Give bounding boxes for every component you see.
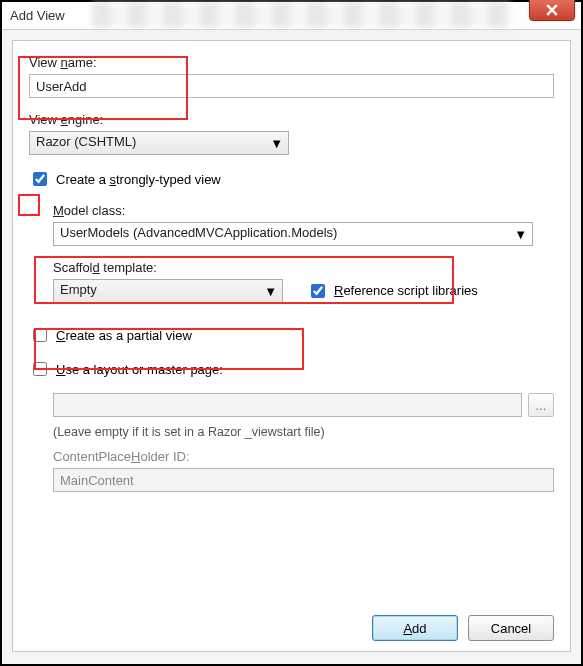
add-button[interactable]: Add bbox=[372, 615, 458, 641]
strongly-typed-label: Create a strongly-typed view bbox=[56, 172, 221, 187]
reference-libs-label: Reference script libraries bbox=[334, 283, 478, 298]
cancel-button[interactable]: Cancel bbox=[468, 615, 554, 641]
model-class-combo[interactable]: UserModels (AdvancedMVCApplication.Model… bbox=[53, 222, 533, 246]
background-blur bbox=[92, 2, 511, 28]
button-row: Add Cancel bbox=[372, 615, 554, 641]
cph-label: ContentPlaceHolder ID: bbox=[53, 449, 554, 464]
view-engine-value: Razor (CSHTML) bbox=[29, 131, 289, 155]
close-button[interactable] bbox=[529, 0, 575, 21]
dialog-panel: View name: View engine: Razor (CSHTML) ▼… bbox=[12, 40, 571, 652]
window-title: Add View bbox=[2, 8, 65, 23]
view-engine-group: View engine: Razor (CSHTML) ▼ bbox=[29, 112, 554, 155]
model-class-group: Model class: UserModels (AdvancedMVCAppl… bbox=[53, 203, 554, 246]
scaffold-label: Scaffold template: bbox=[53, 260, 283, 275]
layout-path-group: ... (Leave empty if it is set in a Razor… bbox=[53, 393, 554, 492]
view-engine-combo[interactable]: Razor (CSHTML) ▼ bbox=[29, 131, 289, 155]
scaffold-value: Empty bbox=[53, 279, 283, 303]
view-name-input[interactable] bbox=[29, 74, 554, 98]
reference-libs-row: Reference script libraries bbox=[307, 281, 478, 301]
layout-hint: (Leave empty if it is set in a Razor _vi… bbox=[53, 425, 554, 439]
view-name-group: View name: bbox=[29, 55, 554, 98]
layout-path-input bbox=[53, 393, 522, 417]
partial-view-checkbox[interactable] bbox=[33, 328, 47, 342]
ellipsis-icon: ... bbox=[535, 398, 546, 413]
use-layout-checkbox[interactable] bbox=[33, 362, 47, 376]
strongly-typed-row: Create a strongly-typed view bbox=[29, 169, 554, 189]
scaffold-row: Scaffold template: Empty ▼ Reference scr… bbox=[53, 260, 554, 303]
use-layout-label: Use a layout or master page: bbox=[56, 362, 223, 377]
close-icon bbox=[546, 4, 558, 16]
scaffold-group: Scaffold template: Empty ▼ bbox=[53, 260, 283, 303]
strongly-typed-checkbox[interactable] bbox=[33, 172, 47, 186]
view-engine-label: View engine: bbox=[29, 112, 554, 127]
reference-libs-checkbox[interactable] bbox=[311, 284, 325, 298]
browse-button[interactable]: ... bbox=[528, 393, 554, 417]
cph-input bbox=[53, 468, 554, 492]
model-class-label: Model class: bbox=[53, 203, 554, 218]
model-class-value: UserModels (AdvancedMVCApplication.Model… bbox=[53, 222, 533, 246]
use-layout-row: Use a layout or master page: bbox=[29, 359, 554, 379]
scaffold-combo[interactable]: Empty ▼ bbox=[53, 279, 283, 303]
view-name-label: View name: bbox=[29, 55, 554, 70]
partial-view-label: Create as a partial view bbox=[56, 328, 192, 343]
partial-view-row: Create as a partial view bbox=[29, 325, 554, 345]
titlebar: Add View bbox=[2, 2, 581, 30]
